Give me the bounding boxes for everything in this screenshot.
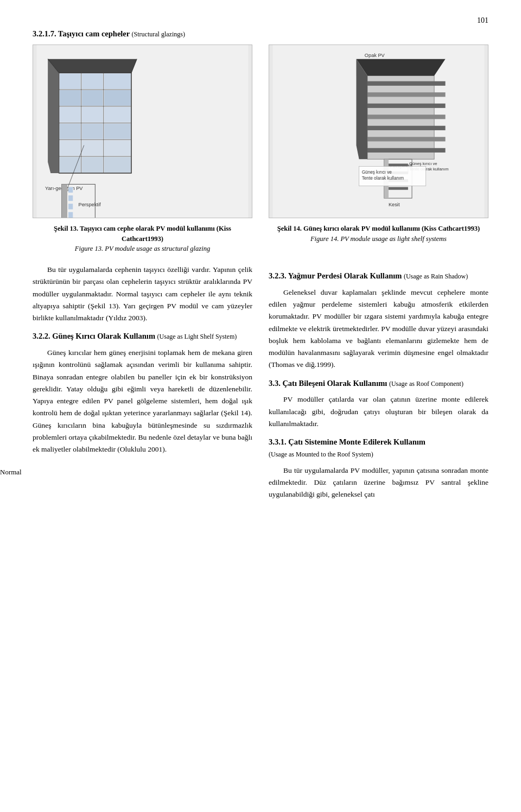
svg-rect-45	[367, 92, 446, 97]
svg-rect-48	[367, 125, 446, 130]
svg-text:Opak PV: Opak PV	[365, 52, 385, 58]
svg-marker-28	[48, 59, 59, 173]
svg-rect-44	[367, 81, 446, 85]
section-331-heading: 3.3.1. Çatı Sistemine Monte Edilerek Kul…	[269, 436, 488, 460]
svg-rect-15	[60, 107, 81, 123]
svg-marker-51	[356, 59, 445, 75]
figure-14-caption: Şekil 14. Güneş kırıcı olarak PV modül k…	[277, 224, 480, 244]
section-323-text: Geleneksel duvar kaplamaları şeklinde me…	[269, 287, 488, 371]
section-323-heading: 3.2.3. Yağmur Perdesi Olarak Kullanım (U…	[269, 270, 488, 282]
figure-14-image: Opak PV Perspektif	[269, 45, 488, 218]
svg-text:Kesit: Kesit	[389, 202, 400, 207]
svg-rect-18	[60, 123, 81, 139]
section-33-text: PV modüller çatılarda var olan çatının ü…	[269, 394, 488, 430]
figure-13-area: Yarı-geçirgen PV Perspektif	[33, 45, 252, 254]
svg-text:Tente olarak kullanım: Tente olarak kullanım	[362, 176, 404, 181]
svg-marker-27	[48, 59, 137, 73]
svg-rect-20	[104, 123, 131, 139]
svg-rect-50	[367, 148, 446, 153]
svg-text:Güneş kırıcı ve: Güneş kırıcı ve	[409, 161, 437, 166]
svg-rect-35	[62, 184, 67, 218]
svg-rect-57	[389, 163, 408, 166]
right-column: 3.2.3. Yağmur Perdesi Olarak Kullanım (U…	[269, 264, 488, 505]
svg-rect-23	[104, 140, 131, 156]
figure-13-caption: Şekil 13. Taşıyıcı cam cephe olarak PV m…	[33, 224, 252, 254]
svg-rect-14	[104, 90, 131, 106]
page-number: 101	[477, 16, 488, 25]
svg-rect-25	[82, 157, 103, 173]
section-331-text: Bu tür uygulamalarda PV modüller, yapını…	[269, 465, 488, 501]
svg-rect-12	[60, 90, 81, 106]
figure-14-svg: Opak PV Perspektif	[269, 45, 488, 218]
svg-rect-17	[104, 107, 131, 123]
figure-14-area: Opak PV Perspektif	[269, 45, 488, 254]
svg-rect-19	[82, 123, 103, 139]
svg-text:Güneş kırıcı ve: Güneş kırıcı ve	[362, 170, 392, 175]
svg-rect-11	[104, 73, 131, 89]
section-title: 3.2.1.7. Taşıyıcı cam cepheler (Structur…	[33, 28, 488, 40]
svg-rect-21	[60, 140, 81, 156]
svg-rect-38	[68, 204, 73, 209]
svg-rect-10	[82, 73, 103, 89]
svg-rect-16	[82, 107, 103, 123]
svg-marker-52	[356, 59, 367, 159]
svg-rect-49	[367, 137, 446, 141]
svg-rect-9	[60, 73, 81, 89]
svg-rect-46	[367, 103, 446, 107]
svg-rect-37	[68, 195, 73, 201]
svg-rect-24	[60, 157, 81, 173]
left-column: Bu tür uygulamalarda cephenin taşıyıcı ö…	[33, 264, 252, 505]
svg-rect-47	[367, 115, 446, 119]
section-322-text: Güneş kırıcılar hem güneş enerjisini top…	[33, 347, 252, 455]
svg-rect-60	[389, 187, 408, 189]
svg-rect-39	[68, 212, 73, 217]
svg-rect-22	[82, 140, 103, 156]
section-322-heading: 3.2.2. Güneş Kırıcı Olarak Kullanım (Usa…	[33, 331, 252, 342]
svg-rect-36	[68, 187, 73, 192]
figure-13-svg: Yarı-geçirgen PV Perspektif	[33, 45, 252, 218]
svg-rect-26	[104, 157, 131, 173]
figure-13-image: Yarı-geçirgen PV Perspektif	[33, 45, 252, 218]
left-intro-text: Bu tür uygulamalarda cephenin taşıyıcı ö…	[33, 264, 252, 324]
section-33-heading: 3.3. Çatı Bileşeni Olarak Kullanımı (Usa…	[269, 378, 488, 390]
svg-text:Perspektif: Perspektif	[79, 202, 101, 207]
normal-label: Normal	[0, 468, 22, 477]
svg-rect-13	[82, 90, 103, 106]
